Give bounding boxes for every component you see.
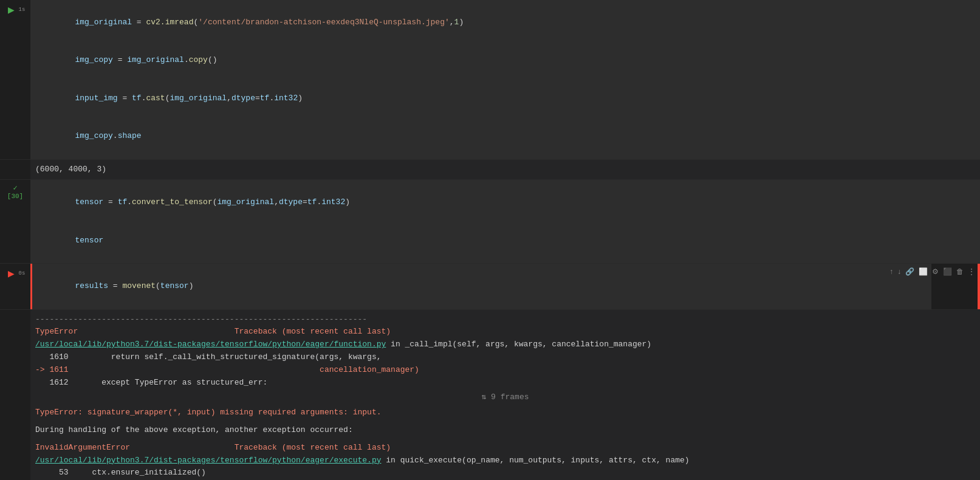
code-line-2: img_copy = img_original.copy() xyxy=(37,41,975,79)
cell-2-exec-count: [30] xyxy=(7,193,23,200)
toolbar-down-button[interactable]: ↓ xyxy=(896,266,902,277)
cell-3-error-indicator xyxy=(978,264,980,309)
type-error-line-1611: -> 1611 cancellation_manager) xyxy=(35,364,975,377)
cell-1-timer: 1s xyxy=(19,7,26,13)
cell-1-output-row: (6000, 4000, 3) xyxy=(0,160,980,180)
during-exception-msg: During handling of the above exception, … xyxy=(35,424,975,437)
cell-1-content: img_original = cv2.imread('/content/bran… xyxy=(30,0,980,159)
invalid-arg-link[interactable]: /usr/local/lib/python3.7/dist-packages/t… xyxy=(35,456,382,465)
cell-3-error-output: ----------------------------------------… xyxy=(0,310,980,480)
toolbar-trash-button[interactable]: 🗑 xyxy=(955,266,965,277)
notebook: ▶ 1s img_original = cv2.imread('/content… xyxy=(0,0,980,480)
frames-toggle[interactable]: ⇅ 9 frames xyxy=(35,389,975,406)
error-divider-1: ----------------------------------------… xyxy=(35,314,975,326)
toolbar-link-button[interactable]: 🔗 xyxy=(904,266,916,277)
cell-3-toolbar: ↑ ↓ 🔗 ⬜ ⚙ ⬛ 🗑 ⋮ xyxy=(931,264,980,309)
cell-3-gutter: ▶ 0s xyxy=(0,264,30,309)
type-error-header: TypeError Traceback (most recent call la… xyxy=(35,326,975,338)
cell-3-line-1: results = movenet(tensor) xyxy=(37,267,927,305)
cell-2-line-1: tensor = tf.convert_to_tensor(img_origin… xyxy=(37,183,975,221)
type-error-location: /usr/local/lib/python3.7/dist-packages/t… xyxy=(35,338,975,351)
cell-3-timer: 0s xyxy=(19,270,26,276)
cell-2-gutter: ✓ [30] xyxy=(0,180,30,263)
cell-2-check: ✓ xyxy=(13,183,17,193)
type-error-line-1612: 1612 except TypeError as structured_err: xyxy=(35,377,975,389)
invalid-arg-line-53: 53 ctx.ensure_initialized() xyxy=(35,467,975,479)
cell-1-output-content: (6000, 4000, 3) xyxy=(30,160,980,180)
cell-1-gutter: ▶ 1s xyxy=(0,0,30,159)
invalid-arg-header: InvalidArgumentError Traceback (most rec… xyxy=(35,442,975,454)
cell-3-run-button[interactable]: ▶ xyxy=(5,267,18,279)
cell-3-error-content: ----------------------------------------… xyxy=(30,310,980,480)
cell-2-line-2: tensor xyxy=(37,222,975,259)
type-error-link[interactable]: /usr/local/lib/python3.7/dist-packages/t… xyxy=(35,340,386,349)
code-line-1: img_original = cv2.imread('/content/bran… xyxy=(37,4,975,41)
code-line-3: input_img = tf.cast(img_original,dtype=t… xyxy=(37,80,975,117)
cell-2-content: tensor = tf.convert_to_tensor(img_origin… xyxy=(30,180,980,263)
cell-1: ▶ 1s img_original = cv2.imread('/content… xyxy=(0,0,980,160)
cell-3-content: results = movenet(tensor) xyxy=(30,264,931,309)
code-line-4: img_copy.shape xyxy=(37,117,975,155)
invalid-arg-location: /usr/local/lib/python3.7/dist-packages/t… xyxy=(35,454,975,467)
toolbar-expand-button[interactable]: ⬜ xyxy=(917,266,929,277)
toolbar-split-button[interactable]: ⬛ xyxy=(942,266,953,277)
cell-3: ▶ 0s results = movenet(tensor) ↑ ↓ 🔗 ⬜ ⚙… xyxy=(0,264,980,309)
cell-1-output-gutter xyxy=(0,160,30,180)
toolbar-settings-button[interactable]: ⚙ xyxy=(931,266,940,277)
type-error-line-1610: 1610 return self._call_with_structured_s… xyxy=(35,351,975,364)
cell-1-output-value: (6000, 4000, 3) xyxy=(35,163,975,176)
toolbar-up-button[interactable]: ↑ xyxy=(888,266,894,277)
toolbar-more-button[interactable]: ⋮ xyxy=(967,266,976,277)
cell-2: ✓ [30] tensor = tf.convert_to_tensor(img… xyxy=(0,180,980,264)
cell-3-error-gutter xyxy=(0,310,30,480)
type-error-message: TypeError: signature_wrapper(*, input) m… xyxy=(35,406,975,419)
cell-1-run-button[interactable]: ▶ xyxy=(5,4,18,16)
